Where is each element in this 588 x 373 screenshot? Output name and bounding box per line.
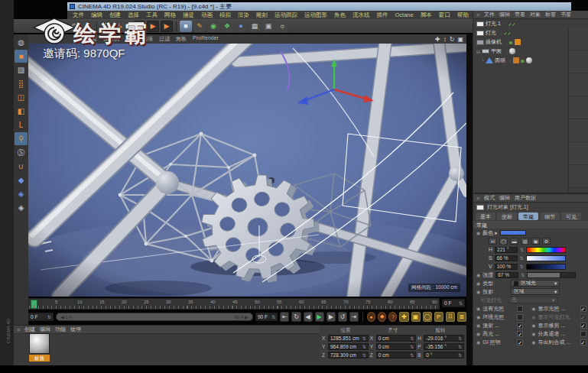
generators-icon[interactable]: ◉: [207, 21, 219, 32]
check-right-box[interactable]: [580, 331, 586, 337]
hsv-gradient-bar[interactable]: [526, 264, 566, 270]
om-menu-1[interactable]: 编辑: [499, 11, 510, 18]
attribute-burger-icon[interactable]: ≡: [476, 196, 479, 201]
coord-value-field[interactable]: 0 cm⇅: [376, 343, 417, 350]
key-dot-icon[interactable]: ◉: [476, 339, 480, 345]
expander-icon[interactable]: ⊟: [476, 49, 480, 54]
am-menu-2[interactable]: 用户数据: [515, 194, 536, 202]
tab-可见[interactable]: 可见: [561, 212, 581, 220]
hsv-value-field[interactable]: 100 %: [495, 264, 518, 270]
picker-button-5[interactable]: ⚙: [542, 238, 551, 245]
menu-item-7[interactable]: 动画: [201, 11, 213, 19]
floor-icon[interactable]: ▦: [249, 21, 261, 32]
check-left-box[interactable]: ✓: [517, 331, 523, 337]
menu-item-15[interactable]: 插件: [377, 11, 388, 19]
model-mode-icon[interactable]: ■: [15, 50, 28, 63]
spinner-icon[interactable]: ⇅: [459, 300, 463, 306]
tab-细节[interactable]: 细节: [540, 212, 560, 220]
om-menu-5[interactable]: 书签: [560, 11, 571, 18]
picker-button-2[interactable]: ▬: [510, 238, 518, 245]
check-right-box[interactable]: ✓: [580, 339, 586, 345]
menu-item-10[interactable]: 雕刻: [256, 11, 268, 19]
key-dot-icon[interactable]: ◉: [476, 323, 480, 328]
tab-坐标[interactable]: 坐标: [497, 212, 517, 220]
texture-tag-icon[interactable]: [509, 48, 515, 54]
am-menu-1[interactable]: 编辑: [499, 194, 510, 202]
hsv-gradient-bar[interactable]: [526, 255, 566, 261]
play-reverse-button[interactable]: ↻: [291, 312, 300, 322]
viewport-menu-4[interactable]: 过滤: [159, 35, 170, 43]
visibility-dots-icon[interactable]: ∶: [501, 31, 502, 36]
menu-item-4[interactable]: 工具: [146, 11, 158, 19]
viewport-menu-6[interactable]: ProRender: [193, 35, 219, 43]
visibility-dots-icon[interactable]: ∶: [506, 40, 508, 45]
coord-value-field[interactable]: -35.156 °⇅: [424, 343, 464, 350]
material-thumbnail[interactable]: [29, 333, 50, 354]
goto-start-button[interactable]: ⇤: [280, 312, 289, 322]
menu-item-13[interactable]: 角色: [334, 11, 346, 19]
coord-value-field[interactable]: 0 cm⇅: [376, 352, 417, 358]
check-left-box[interactable]: ✓: [517, 323, 523, 329]
check-left-box[interactable]: ✓: [517, 339, 523, 345]
points-mode-icon[interactable]: ⣿: [15, 77, 28, 90]
color-swatch[interactable]: [500, 230, 526, 235]
menu-item-11[interactable]: 运动跟踪: [275, 11, 297, 19]
visible-light-property-dropdown[interactable]: 无▾: [508, 297, 557, 303]
check-left-box[interactable]: [517, 314, 523, 320]
picker-button-3[interactable]: ▨: [521, 238, 529, 245]
key-dot-icon[interactable]: ◦: [476, 298, 478, 303]
viewport-canvas[interactable]: 网格间距 : 10000 cm: [28, 44, 466, 297]
hsv-value-field[interactable]: 66 %: [495, 255, 518, 261]
menu-item-9[interactable]: 渲染: [238, 11, 249, 19]
phong-tag-icon[interactable]: [513, 57, 519, 63]
key-pla-button[interactable]: ⠿: [446, 312, 455, 322]
snap-icon[interactable]: Ⓢ: [15, 146, 28, 159]
key-dot-icon[interactable]: ◉: [531, 314, 535, 319]
toggle-view-icon[interactable]: ▣: [457, 36, 463, 43]
key-dot-icon[interactable]: ◉: [531, 323, 535, 328]
key-dot-icon[interactable]: ◉: [476, 306, 480, 311]
polygons-mode-icon[interactable]: ◧: [15, 105, 28, 118]
spinner-icon[interactable]: ⇅: [520, 255, 524, 261]
key-dot-icon[interactable]: ◉: [476, 230, 480, 235]
menu-item-8[interactable]: 模拟: [219, 11, 231, 19]
om-menu-2[interactable]: 查看: [515, 11, 525, 18]
key-position-button[interactable]: ✚: [399, 312, 408, 322]
render-settings-icon[interactable]: ▶: [161, 21, 173, 32]
key-dot-icon[interactable]: ◉: [476, 314, 480, 319]
check-right-box[interactable]: ✓: [580, 314, 586, 320]
mat-menu-0[interactable]: 创建: [24, 326, 35, 333]
goto-end-button[interactable]: ⇥: [349, 312, 359, 322]
spinner-icon[interactable]: ⇅: [520, 264, 524, 269]
material-name-badge[interactable]: 材质: [29, 355, 50, 362]
intensity-value-field[interactable]: 67 %: [495, 272, 518, 278]
menu-item-14[interactable]: 流水线: [352, 11, 370, 19]
deformer-icon[interactable]: ●: [235, 21, 247, 32]
hsv-gradient-bar[interactable]: [526, 247, 566, 253]
viewport-solo-icon[interactable]: ⚲: [15, 132, 28, 145]
coord-value-field[interactable]: 0 °⇅: [424, 352, 464, 358]
check-right-box[interactable]: ✓: [580, 323, 586, 329]
coord-value-field[interactable]: -29.016 °⇅: [424, 335, 464, 342]
tab-基本[interactable]: 基本: [476, 212, 495, 220]
keyframe-selection-button[interactable]: ?: [388, 312, 397, 322]
dolly-view-icon[interactable]: ↕: [443, 36, 447, 43]
spinner-icon[interactable]: ⇅: [520, 247, 524, 252]
pan-view-icon[interactable]: ✚: [435, 36, 440, 43]
texture-tag-icon[interactable]: [526, 57, 532, 63]
hsv-value-field[interactable]: 221 °: [495, 247, 518, 253]
aux-frame-field[interactable]: 0 F⇅: [442, 299, 465, 307]
workplane-lock-icon[interactable]: ◈: [15, 201, 28, 214]
check-left-box[interactable]: [517, 306, 523, 312]
menu-item-17[interactable]: 脚本: [421, 11, 432, 19]
workplane-mode-icon[interactable]: ◈: [15, 187, 28, 200]
convert-editable-icon[interactable]: ◍: [15, 36, 28, 49]
current-frame-field[interactable]: 0 F⇅: [28, 313, 54, 321]
spline-pen-icon[interactable]: ✎: [193, 21, 206, 32]
menu-item-18[interactable]: 窗口: [439, 11, 450, 19]
visibility-dots-icon[interactable]: ∶: [506, 49, 508, 54]
composition-tag-icon[interactable]: [515, 39, 521, 45]
om-menu-4[interactable]: 标签: [545, 11, 556, 18]
mat-menu-3[interactable]: 纹理: [70, 326, 81, 333]
loop-button[interactable]: ↺: [338, 312, 347, 322]
